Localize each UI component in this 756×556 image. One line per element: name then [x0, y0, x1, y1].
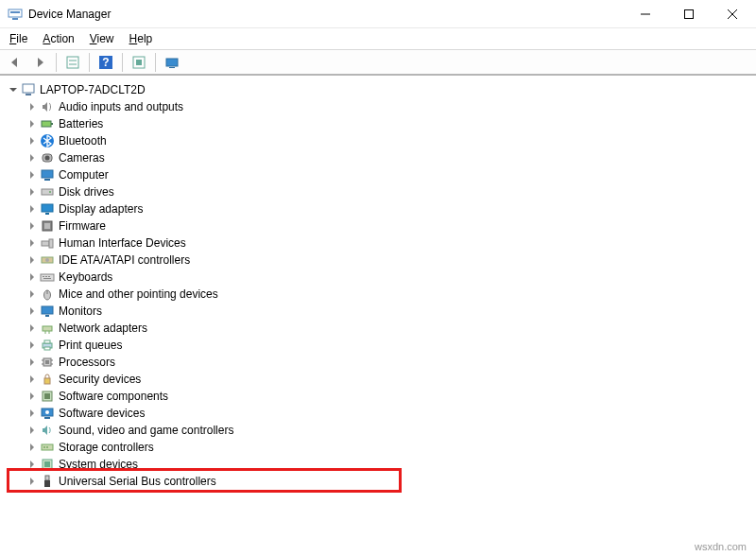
swcomp-icon — [40, 389, 55, 404]
svg-rect-1 — [10, 11, 20, 13]
device-node-hid[interactable]: Human Interface Devices — [6, 235, 756, 252]
security-icon — [40, 372, 55, 387]
device-node-computer[interactable]: Computer — [6, 166, 756, 183]
menu-action[interactable]: Action — [37, 30, 83, 47]
close-button[interactable] — [711, 0, 754, 28]
caret-right-icon[interactable] — [26, 254, 38, 266]
svg-rect-37 — [45, 276, 47, 277]
device-label: Print queues — [59, 339, 122, 352]
caret-right-icon[interactable] — [26, 408, 38, 419]
device-node-security[interactable]: Security devices — [6, 371, 756, 388]
window-title: Device Manager — [28, 8, 624, 21]
svg-rect-36 — [43, 276, 44, 277]
svg-text:?: ? — [102, 56, 109, 69]
computer-icon — [40, 167, 55, 182]
minimize-button[interactable] — [624, 0, 667, 28]
device-node-system[interactable]: System devices — [6, 456, 756, 473]
svg-rect-38 — [48, 276, 50, 277]
device-node-ide[interactable]: IDE ATA/ATAPI controllers — [6, 252, 756, 269]
menu-file[interactable]: File — [4, 30, 37, 47]
svg-rect-18 — [42, 121, 51, 127]
properties-button[interactable] — [161, 52, 183, 73]
app-icon — [8, 7, 23, 22]
device-label: Software devices — [59, 407, 145, 420]
svg-rect-58 — [44, 393, 50, 399]
caret-right-icon[interactable] — [26, 271, 38, 283]
caret-right-icon[interactable] — [26, 305, 38, 317]
device-label: Cameras — [59, 151, 105, 165]
caret-right-icon[interactable] — [26, 220, 38, 232]
device-label: Display adapters — [59, 202, 143, 216]
device-node-swdev[interactable]: Software devices — [6, 405, 756, 422]
network-icon — [40, 321, 55, 336]
device-node-usb[interactable]: Universal Serial Bus controllers — [6, 473, 756, 490]
device-label: Universal Serial Bus controllers — [59, 475, 216, 488]
device-node-keyboards[interactable]: Keyboards — [6, 269, 756, 286]
computer-icon — [21, 82, 36, 97]
svg-point-63 — [43, 446, 45, 448]
menu-help[interactable]: Help — [124, 30, 163, 47]
menu-view[interactable]: View — [84, 30, 124, 47]
device-node-display[interactable]: Display adapters — [6, 200, 756, 217]
device-node-bluetooth[interactable]: Bluetooth — [6, 132, 756, 149]
device-node-cameras[interactable]: Cameras — [6, 149, 756, 166]
caret-right-icon[interactable] — [26, 288, 38, 300]
caret-right-icon[interactable] — [26, 118, 38, 130]
device-node-audio[interactable]: Audio inputs and outputs — [6, 98, 756, 115]
device-node-network[interactable]: Network adapters — [6, 320, 756, 337]
device-node-monitors[interactable]: Monitors — [6, 303, 756, 320]
toolbar-separator — [56, 53, 57, 72]
caret-right-icon[interactable] — [26, 356, 38, 368]
device-tree: LAPTOP-7ADCLT2D Audio inputs and outputs… — [0, 76, 756, 495]
show-hide-tree-button[interactable] — [61, 52, 84, 73]
device-node-mice[interactable]: Mice and other pointing devices — [6, 286, 756, 303]
caret-right-icon[interactable] — [26, 152, 38, 164]
caret-right-icon[interactable] — [26, 442, 38, 453]
device-node-firmware[interactable]: Firmware — [6, 217, 756, 235]
mouse-icon — [40, 287, 55, 302]
svg-rect-56 — [44, 378, 50, 384]
caret-down-icon[interactable] — [8, 84, 19, 96]
help-button[interactable]: ? — [94, 52, 117, 73]
caret-right-icon[interactable] — [26, 186, 38, 198]
caret-right-icon[interactable] — [26, 374, 38, 385]
usb-icon — [40, 474, 55, 489]
menubar: File Action View Help — [0, 28, 756, 49]
svg-rect-19 — [51, 123, 53, 125]
scan-hardware-button[interactable] — [128, 52, 150, 73]
tree-root[interactable]: LAPTOP-7ADCLT2D — [6, 81, 756, 98]
watermark: wsxdn.com — [695, 541, 747, 552]
caret-right-icon[interactable] — [26, 476, 38, 487]
caret-right-icon[interactable] — [26, 391, 38, 402]
device-node-disk[interactable]: Disk drives — [6, 183, 756, 200]
storage-icon — [40, 440, 55, 455]
caret-right-icon[interactable] — [26, 101, 38, 113]
ide-icon — [40, 252, 55, 268]
device-node-print[interactable]: Print queues — [6, 337, 756, 354]
caret-right-icon[interactable] — [26, 237, 38, 249]
svg-rect-14 — [166, 59, 178, 66]
caret-right-icon[interactable] — [26, 203, 38, 215]
device-node-batteries[interactable]: Batteries — [6, 115, 756, 132]
caret-right-icon[interactable] — [26, 459, 38, 470]
caret-right-icon[interactable] — [26, 425, 38, 436]
caret-right-icon[interactable] — [26, 169, 38, 181]
maximize-button[interactable] — [667, 0, 711, 28]
caret-right-icon[interactable] — [26, 322, 38, 334]
caret-right-icon[interactable] — [26, 339, 38, 351]
device-label: Processors — [59, 356, 115, 369]
device-node-swcomp[interactable]: Software components — [6, 388, 756, 405]
printer-icon — [40, 338, 55, 353]
back-button[interactable] — [4, 52, 26, 73]
svg-rect-4 — [685, 9, 694, 18]
device-label: Batteries — [59, 117, 103, 130]
toolbar-separator — [155, 53, 156, 72]
svg-rect-2 — [12, 18, 18, 20]
device-node-sound[interactable]: Sound, video and game controllers — [6, 422, 756, 439]
device-node-storage[interactable]: Storage controllers — [6, 439, 756, 456]
caret-right-icon[interactable] — [26, 135, 38, 147]
forward-button[interactable] — [28, 52, 51, 73]
firmware-icon — [40, 218, 55, 234]
device-label: Computer — [59, 168, 109, 182]
device-node-processors[interactable]: Processors — [6, 354, 756, 371]
